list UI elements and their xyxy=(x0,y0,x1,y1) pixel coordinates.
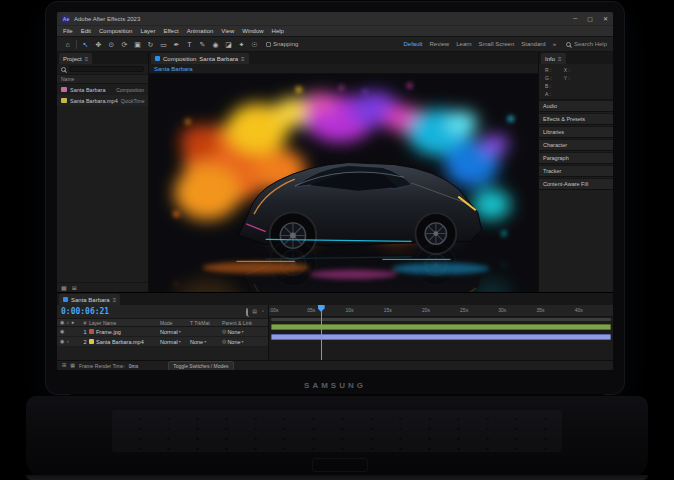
puppet-pin-tool-icon[interactable]: ☉ xyxy=(250,41,259,48)
timeline-search-icon[interactable] xyxy=(246,309,248,315)
pickwhip-icon[interactable]: ◎ xyxy=(222,339,226,344)
timeline-tab-icon xyxy=(63,297,68,302)
layer-label-chip[interactable] xyxy=(89,339,94,344)
expand-transfer-controls-icon[interactable]: ⊞ xyxy=(62,363,66,368)
menu-effect[interactable]: Effect xyxy=(163,28,178,34)
info-tab[interactable]: Info ≡ xyxy=(541,53,566,64)
layer-row-2[interactable]: ◉ ♪ 2 Santa Barbara.mp4 Normal ▾ xyxy=(57,337,268,347)
layer-audio-icon[interactable]: ♪ xyxy=(66,339,69,344)
layer-parent-dropdown[interactable]: ◎ None ▾ xyxy=(222,339,268,345)
menu-composition[interactable]: Composition xyxy=(99,28,132,34)
snapping-checkbox[interactable] xyxy=(266,42,271,47)
project-item-footage[interactable]: Santa Barbara.mp4 QuickTime xyxy=(57,95,148,106)
layer-row-1[interactable]: ◉ 1 Frame.jpg Normal ▾ xyxy=(57,327,268,337)
panel-menu-icon[interactable]: ≡ xyxy=(558,56,562,62)
composition-viewport[interactable] xyxy=(149,74,538,292)
layer-name-column-header[interactable]: Layer Name xyxy=(89,320,160,326)
pickwhip-icon[interactable]: ◎ xyxy=(222,329,226,334)
project-search-input[interactable] xyxy=(69,66,144,72)
workspace-review[interactable]: Review xyxy=(430,41,450,47)
composition-breadcrumb[interactable]: Santa Barbara xyxy=(149,64,538,74)
menu-layer[interactable]: Layer xyxy=(140,28,155,34)
project-grid-icon[interactable]: ▦ xyxy=(61,284,67,291)
help-search[interactable]: Search Help xyxy=(566,41,607,47)
panel-libraries[interactable]: Libraries xyxy=(539,126,613,138)
zoom-tool-icon[interactable]: ⊙ xyxy=(107,41,116,48)
layer-mode-dropdown[interactable]: Normal ▾ xyxy=(160,329,190,335)
panel-character[interactable]: Character xyxy=(539,139,613,151)
panel-audio[interactable]: Audio xyxy=(539,100,613,112)
workspace-standard[interactable]: Standard xyxy=(521,41,545,47)
workspace-default[interactable]: Default xyxy=(404,41,423,47)
work-area-bar[interactable] xyxy=(271,318,611,321)
laptop-base xyxy=(26,396,648,480)
pen-tool-icon[interactable]: ✒ xyxy=(172,41,181,48)
minimize-button[interactable]: ─ xyxy=(573,15,577,22)
panel-menu-icon[interactable]: ≡ xyxy=(85,56,89,62)
snapping-toggle[interactable]: Snapping xyxy=(266,41,298,47)
project-item-composition[interactable]: Santa Barbara Composition xyxy=(57,84,148,95)
timeline-track-area[interactable]: :00s 05s 10s 15s 20s 25s 30s 35s 40s xyxy=(269,305,613,360)
panel-menu-icon[interactable]: ≡ xyxy=(241,56,245,62)
workspace-learn[interactable]: Learn xyxy=(456,41,471,47)
layer-mode-dropdown[interactable]: Normal ▾ xyxy=(160,339,190,345)
selection-tool-icon[interactable]: ↖ xyxy=(81,41,90,48)
composition-tab[interactable]: Composition Santa Barbara ≡ xyxy=(151,53,249,64)
shape-tool-icon[interactable]: ▭ xyxy=(159,41,168,48)
menu-file[interactable]: File xyxy=(63,28,73,34)
playhead-line[interactable] xyxy=(321,305,322,360)
menu-edit[interactable]: Edit xyxy=(81,28,91,34)
panel-tracker[interactable]: Tracker xyxy=(539,165,613,177)
layer-trkmat-dropdown[interactable]: None ▾ xyxy=(190,339,222,345)
composition-panel: Composition Santa Barbara ≡ Santa Barbar… xyxy=(149,52,539,292)
trkmat-column-header[interactable]: T TrkMat xyxy=(190,320,222,326)
menu-window[interactable]: Window xyxy=(242,28,263,34)
layer-label-chip[interactable] xyxy=(89,329,94,334)
layer-parent-dropdown[interactable]: ◎ None ▾ xyxy=(222,329,268,335)
hand-tool-icon[interactable]: ✥ xyxy=(94,41,103,48)
menu-help[interactable]: Help xyxy=(272,28,284,34)
camera-tool-icon[interactable]: ▣ xyxy=(133,41,142,48)
workspace-overflow-icon[interactable]: » xyxy=(553,41,556,47)
type-tool-icon[interactable]: T xyxy=(185,41,194,48)
panel-paragraph[interactable]: Paragraph xyxy=(539,152,613,164)
close-button[interactable]: ✕ xyxy=(603,15,608,22)
panel-menu-icon[interactable]: ≡ xyxy=(113,297,117,303)
workspace-small-screen[interactable]: Small Screen xyxy=(479,41,515,47)
layer-1-duration-bar[interactable] xyxy=(271,324,611,330)
parent-column-header[interactable]: Parent & Link xyxy=(222,320,268,326)
mode-column-header[interactable]: Mode xyxy=(160,320,190,326)
layer-visibility-icon[interactable]: ◉ xyxy=(60,339,64,344)
timeline-status-bar: ⊞ ▦ Frame Render Time: 0ms Toggle Switch… xyxy=(57,360,613,370)
panel-effects-presets-label: Effects & Presets xyxy=(543,116,585,122)
layer-parent-value: None xyxy=(227,339,240,345)
footage-icon xyxy=(61,98,67,103)
project-name-column[interactable]: Name xyxy=(61,76,74,82)
maximize-button[interactable]: ▢ xyxy=(587,15,593,22)
layer-visibility-icon[interactable]: ◉ xyxy=(60,329,64,334)
expand-in-out-icon[interactable]: ▦ xyxy=(70,363,75,368)
toggle-switches-modes-button[interactable]: Toggle Switches / Modes xyxy=(168,361,233,371)
project-new-folder-icon[interactable]: ⊞ xyxy=(72,284,77,291)
project-tab[interactable]: Project ≡ xyxy=(59,53,92,64)
clone-stamp-tool-icon[interactable]: ◉ xyxy=(211,41,220,48)
info-tabbar: Info ≡ xyxy=(539,52,613,64)
panel-content-aware-fill[interactable]: Content-Aware Fill xyxy=(539,178,613,190)
roto-brush-tool-icon[interactable]: ✦ xyxy=(237,41,246,48)
ruler-tick: 15s xyxy=(384,305,422,316)
timeline-tab[interactable]: Santa Barbara ≡ xyxy=(59,294,120,305)
brush-tool-icon[interactable]: ✎ xyxy=(198,41,207,48)
current-timecode[interactable]: 0:00:06:21 xyxy=(61,307,109,316)
layer-name: Frame.jpg xyxy=(96,329,121,335)
home-icon[interactable]: ⌂ xyxy=(63,41,72,48)
orbit-tool-icon[interactable]: ⟳ xyxy=(120,41,129,48)
eraser-tool-icon[interactable]: ◪ xyxy=(224,41,233,48)
panel-tracker-label: Tracker xyxy=(543,168,561,174)
menu-animation[interactable]: Animation xyxy=(187,28,214,34)
layer-2-duration-bar[interactable] xyxy=(271,334,611,340)
draft-3d-icon[interactable]: ◔ xyxy=(261,309,264,315)
composition-mini-flowchart-icon[interactable]: ▤ xyxy=(252,309,257,315)
rotation-tool-icon[interactable]: ↻ xyxy=(146,41,155,48)
menu-view[interactable]: View xyxy=(221,28,234,34)
panel-effects-presets[interactable]: Effects & Presets xyxy=(539,113,613,125)
